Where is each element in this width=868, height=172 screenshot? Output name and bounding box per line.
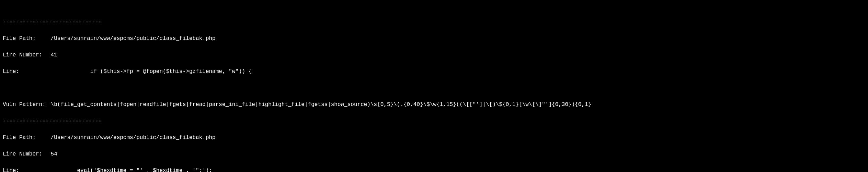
line-number-label: Line Number:	[3, 150, 47, 158]
file-path-label: File Path:	[3, 133, 47, 142]
vuln-pattern-line: Vuln Pattern: \b(file_get_contents|fopen…	[3, 100, 865, 109]
line-number-line: Line Number: 41	[3, 51, 865, 59]
file-path-value: /Users/sunrain/www/espcms/public/class_f…	[51, 35, 216, 42]
line-number-value: 41	[51, 52, 57, 58]
line-number-line: Line Number: 54	[3, 150, 865, 158]
vuln-pattern-label: Vuln Pattern:	[3, 100, 47, 109]
separator-line: ------------------------------	[3, 18, 865, 26]
file-path-label: File Path:	[3, 34, 47, 43]
file-path-line: File Path: /Users/sunrain/www/espcms/pub…	[3, 34, 865, 43]
line-content-line: Line: if ($this->fp = @fopen($this->gzfi…	[3, 67, 865, 76]
blank-line	[3, 84, 865, 92]
separator-line: ------------------------------	[3, 117, 865, 125]
line-content-value: if ($this->fp = @fopen($this->gzfilename…	[51, 68, 252, 75]
vuln-pattern-value: \b(file_get_contents|fopen|readfile|fget…	[51, 101, 592, 108]
line-content-value: eval('$hexdtime = "' . $hexdtime . '";')…	[51, 168, 212, 172]
line-content-line: Line: eval('$hexdtime = "' . $hexdtime .…	[3, 166, 865, 172]
line-label: Line:	[3, 166, 47, 172]
line-number-value: 54	[51, 151, 57, 157]
line-label: Line:	[3, 67, 47, 76]
file-path-line: File Path: /Users/sunrain/www/espcms/pub…	[3, 133, 865, 142]
line-number-label: Line Number:	[3, 51, 47, 59]
file-path-value: /Users/sunrain/www/espcms/public/class_f…	[51, 135, 216, 141]
